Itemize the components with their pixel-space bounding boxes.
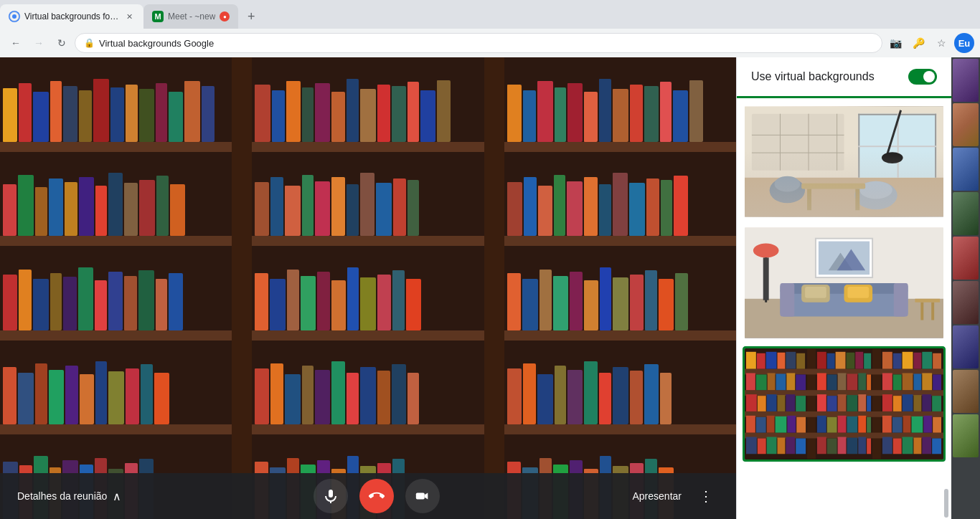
tab1-title: Virtual backgrounds for Google ... [24,11,119,22]
thumbnail-item [953,370,979,413]
profile-avatar[interactable]: Eu [954,33,974,53]
svg-rect-2 [329,490,333,497]
svg-rect-100 [827,396,837,411]
svg-rect-134 [796,438,806,454]
tab1-favicon [9,11,20,22]
svg-rect-46 [847,287,869,298]
address-bar[interactable]: 🔒 Virtual backgrounds Google [75,33,882,53]
meeting-details-label: Detalhes da reunião [17,490,107,502]
svg-rect-120 [847,416,857,433]
shelf-col-2 [252,57,484,519]
shelf-section [252,246,484,341]
mic-button[interactable] [314,479,348,513]
background-item-office[interactable] [743,104,946,219]
svg-point-1 [12,14,17,19]
svg-rect-93 [746,394,757,411]
svg-rect-67 [855,352,863,369]
svg-rect-28 [855,189,859,211]
bookmark-icon[interactable]: ☆ [931,33,951,53]
background-item-living[interactable] [743,225,946,341]
svg-point-37 [753,244,779,258]
tab2-favicon: M [152,11,164,22]
virtual-background [0,57,736,519]
svg-rect-94 [758,396,766,411]
tab2-close-recording[interactable]: ● [220,11,230,22]
svg-rect-61 [786,352,796,369]
svg-rect-128 [933,417,941,433]
camera-button[interactable] [405,479,440,513]
thumbnail-item [953,148,979,191]
svg-rect-91 [922,373,932,390]
svg-rect-101 [838,394,847,411]
svg-rect-69 [882,352,892,369]
svg-rect-86 [867,374,871,390]
office-background-preview [745,106,943,217]
virtual-backgrounds-panel: Use virtual backgrounds [736,57,951,519]
svg-rect-92 [933,374,941,390]
svg-rect-44 [805,287,826,298]
svg-rect-104 [867,396,871,411]
svg-rect-21 [775,176,801,192]
svg-rect-117 [817,416,826,433]
svg-rect-138 [847,437,857,454]
shelf-section [504,246,736,341]
svg-rect-47 [915,299,940,303]
svg-rect-132 [778,437,786,454]
svg-rect-59 [766,352,777,369]
svg-rect-145 [922,437,931,454]
present-button[interactable]: Apresentar [633,490,682,502]
svg-rect-136 [827,438,837,454]
svg-rect-27 [807,189,811,211]
svg-rect-122 [867,417,871,433]
address-text: Virtual backgrounds Google [99,38,214,49]
reload-button[interactable]: ↻ [52,33,72,53]
tab2-title: Meet - ~new [168,11,215,22]
svg-rect-112 [756,417,766,433]
forward-button[interactable]: → [29,33,49,53]
main-content: Detalhes da reunião ∧ [0,57,980,519]
svg-rect-51 [807,349,816,459]
svg-rect-97 [786,394,795,411]
svg-rect-125 [903,416,911,433]
background-item-bookshelf[interactable] [743,346,946,462]
end-call-button[interactable] [359,479,394,513]
svg-rect-26 [801,184,865,189]
tab-virtual-backgrounds[interactable]: Virtual backgrounds for Google ... ✕ [0,4,143,29]
svg-rect-108 [913,395,921,411]
password-icon[interactable]: 🔑 [908,33,928,53]
video-area: Detalhes da reunião ∧ [0,57,736,519]
svg-rect-130 [758,438,766,454]
svg-rect-74 [933,353,941,369]
svg-rect-109 [922,394,931,411]
svg-rect-64 [827,353,835,369]
meeting-controls [314,479,440,513]
svg-rect-90 [913,373,921,390]
svg-rect-143 [903,437,913,454]
svg-rect-146 [932,438,941,454]
lock-icon: 🔒 [84,38,95,48]
shelf-section [0,152,232,247]
shelf-section [504,57,736,152]
svg-rect-25 [859,181,892,199]
camera-icon[interactable]: 📷 [885,33,905,53]
meeting-details[interactable]: Detalhes da reunião ∧ [17,490,121,503]
tab-bar: Virtual backgrounds for Google ... ✕ M M… [0,0,980,29]
svg-rect-75 [746,373,755,390]
svg-rect-137 [838,437,847,454]
svg-rect-89 [903,373,913,390]
panel-title: Use virtual backgrounds [751,70,875,83]
back-button[interactable]: ← [6,33,26,53]
more-options-button[interactable]: ⋮ [693,483,719,509]
toggle-switch[interactable] [908,69,937,85]
backgrounds-list [737,98,951,513]
new-tab-button[interactable]: + [241,6,261,27]
svg-rect-107 [903,394,913,411]
tab1-close[interactable]: ✕ [123,11,135,22]
tab-meet[interactable]: M Meet - ~new ● [143,4,238,29]
shelf-section [0,57,232,152]
svg-rect-114 [776,416,787,433]
shelf-section [504,341,736,435]
scroll-area [737,513,951,519]
svg-rect-140 [867,438,871,454]
svg-rect-124 [892,417,903,433]
